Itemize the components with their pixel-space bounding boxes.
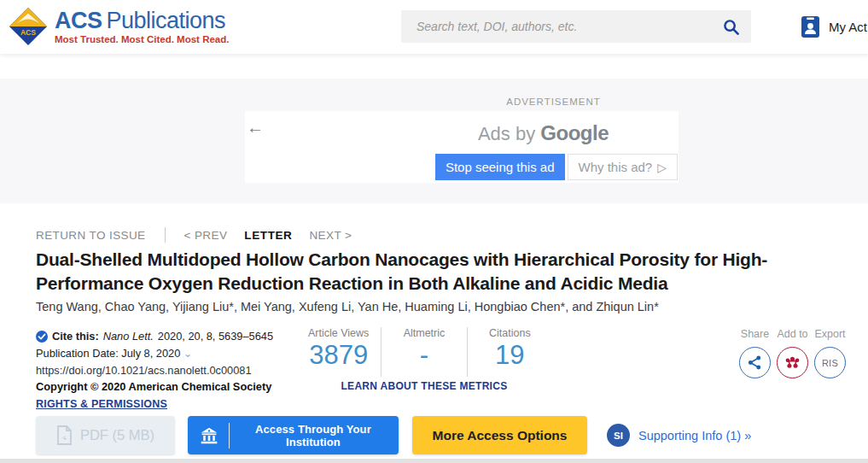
ad-creative-box: ← Ads by Google Stop seeing this ad Why …	[245, 111, 679, 183]
account-label: My Act	[829, 20, 867, 34]
metric-article-views: Article Views 3879	[296, 327, 381, 377]
access-institution-button[interactable]: Access Through Your Institution	[188, 416, 399, 454]
citation-block: Cite this: Nano Lett. 2020, 20, 8, 5639–…	[36, 328, 296, 413]
button-divider	[229, 423, 230, 448]
ads-by-google-label: Ads by Google	[478, 121, 609, 145]
logo-acs-text: ACS	[55, 8, 102, 33]
share-icon	[748, 355, 762, 370]
export-label: Export	[814, 328, 845, 340]
export-ris-button[interactable]: RIS	[814, 347, 846, 378]
metric-label: Citations	[473, 327, 547, 339]
article-actions: Share Add to	[739, 328, 846, 378]
logo-publications-text: Publications	[107, 8, 226, 33]
acs-article-page: ACS ACSPublications Most Trusted. Most C…	[0, 0, 868, 463]
advertisement-label: ADVERTISEMENT	[506, 97, 601, 107]
adchoices-icon: ▷	[657, 161, 667, 174]
doi-link[interactable]: https://doi.org/10.1021/acs.nanolett.0c0…	[36, 362, 296, 378]
search-button[interactable]	[711, 10, 751, 43]
metric-citations: Citations 19	[467, 327, 552, 377]
metric-altmetric: Altmetric -	[381, 327, 466, 377]
article-type-label: LETTER	[244, 229, 292, 242]
footer-edge	[0, 459, 868, 463]
metric-value: -	[387, 341, 461, 370]
article-navigation: RETURN TO ISSUE < PREV LETTER NEXT >	[36, 227, 352, 243]
account-menu[interactable]: My Act	[801, 15, 867, 38]
cite-check-icon	[36, 331, 48, 343]
user-badge-icon	[801, 15, 820, 38]
share-label: Share	[741, 328, 769, 340]
metric-value: 19	[473, 341, 547, 370]
more-access-options-button[interactable]: More Access Options	[412, 416, 587, 454]
cite-journal[interactable]: Nano Lett.	[103, 328, 154, 344]
learn-about-metrics-link[interactable]: LEARN ABOUT THESE METRICS	[296, 380, 552, 392]
return-to-issue-link[interactable]: RETURN TO ISSUE	[36, 229, 146, 242]
share-button[interactable]	[739, 347, 771, 378]
search-bar	[401, 10, 751, 43]
export-action: Export RIS	[814, 328, 846, 378]
publication-date-value: July 8, 2020	[121, 347, 180, 360]
publication-date-label: Publication Date:	[36, 347, 119, 360]
google-logo-text: Google	[540, 121, 609, 144]
copyright-text: Copyright © 2020 American Chemical Socie…	[36, 378, 296, 395]
pdf-file-icon	[56, 425, 73, 445]
metric-label: Article Views	[301, 327, 376, 339]
article-title: Dual-Shelled Multidoped Hollow Carbon Na…	[36, 248, 847, 295]
next-article-link[interactable]: NEXT >	[309, 229, 352, 242]
metric-value: 3879	[301, 341, 376, 370]
acs-publications-logo[interactable]: ACS ACSPublications Most Trusted. Most C…	[9, 7, 229, 46]
prev-article-link[interactable]: < PREV	[184, 229, 228, 242]
supporting-info-link[interactable]: Supporting Info (1) »	[638, 429, 751, 442]
si-badge-icon: SI	[607, 424, 630, 447]
pdf-download-button[interactable]: PDF (5 MB)	[36, 416, 175, 454]
article-metrics: Article Views 3879 Altmetric - Citations…	[296, 327, 552, 392]
chevron-down-icon[interactable]: ⌄	[184, 348, 192, 360]
nav-divider	[165, 227, 166, 243]
cite-this-label: Cite this:	[52, 328, 99, 344]
ad-back-arrow-icon[interactable]: ←	[247, 118, 264, 138]
mendeley-button[interactable]	[777, 347, 808, 378]
acs-diamond-logo-icon: ACS	[9, 7, 48, 46]
metric-label: Altmetric	[387, 327, 461, 339]
article-authors[interactable]: Teng Wang, Chao Yang, Yijiang Liu*, Mei …	[36, 300, 847, 314]
access-options-row: PDF (5 MB) Access Through Your Instituti…	[36, 416, 751, 454]
why-this-ad-button[interactable]: Why this ad? ▷	[568, 154, 679, 180]
addto-label: Add to	[777, 328, 807, 340]
logo-tagline: Most Trusted. Most Cited. Most Read.	[55, 34, 229, 44]
addto-action: Add to	[777, 328, 808, 378]
rights-permissions-link[interactable]: RIGHTS & PERMISSIONS	[36, 396, 167, 413]
site-header: ACS ACSPublications Most Trusted. Most C…	[0, 0, 868, 54]
cite-detail: 2020, 20, 8, 5639–5645	[158, 328, 273, 344]
supporting-info[interactable]: SI Supporting Info (1) »	[607, 424, 751, 447]
stop-seeing-ad-button[interactable]: Stop seeing this ad	[435, 154, 565, 180]
mendeley-icon	[784, 356, 801, 369]
advertisement-strip: ADVERTISEMENT ← Ads by Google Stop seein…	[0, 79, 868, 203]
institution-icon	[200, 425, 218, 447]
search-input[interactable]	[401, 20, 711, 33]
svg-text:ACS: ACS	[20, 28, 36, 37]
share-action: Share	[739, 328, 771, 378]
search-icon	[723, 19, 739, 35]
ris-label: RIS	[822, 358, 838, 368]
logo-title: ACSPublications	[55, 9, 229, 32]
